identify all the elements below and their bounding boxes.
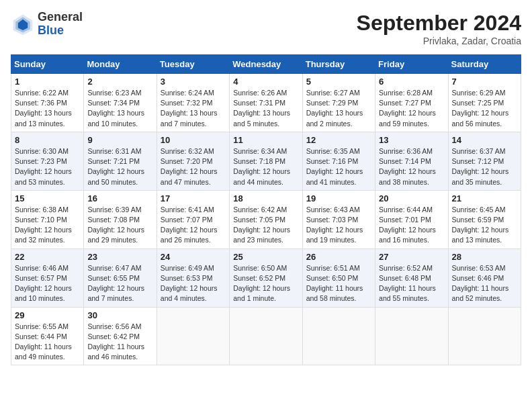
calendar-week-row: 15Sunrise: 6:38 AM Sunset: 7:10 PM Dayli… xyxy=(11,190,521,248)
logo: General Blue xyxy=(11,11,83,38)
calendar-cell: 15Sunrise: 6:38 AM Sunset: 7:10 PM Dayli… xyxy=(11,190,84,248)
day-detail: Sunrise: 6:30 AM Sunset: 7:23 PM Dayligh… xyxy=(15,146,80,187)
day-detail: Sunrise: 6:42 AM Sunset: 7:05 PM Dayligh… xyxy=(233,205,298,246)
calendar-cell: 9Sunrise: 6:31 AM Sunset: 7:21 PM Daylig… xyxy=(84,132,157,190)
day-detail: Sunrise: 6:44 AM Sunset: 7:01 PM Dayligh… xyxy=(379,205,444,246)
day-number: 27 xyxy=(379,252,444,262)
calendar-week-row: 22Sunrise: 6:46 AM Sunset: 6:57 PM Dayli… xyxy=(11,248,521,307)
day-number: 11 xyxy=(233,135,298,145)
calendar-cell: 28Sunrise: 6:53 AM Sunset: 6:46 PM Dayli… xyxy=(448,248,521,307)
calendar-cell xyxy=(375,307,448,365)
calendar-cell: 14Sunrise: 6:37 AM Sunset: 7:12 PM Dayli… xyxy=(448,132,521,190)
day-detail: Sunrise: 6:46 AM Sunset: 6:57 PM Dayligh… xyxy=(15,263,80,304)
calendar-cell: 7Sunrise: 6:29 AM Sunset: 7:25 PM Daylig… xyxy=(448,74,521,132)
calendar-cell: 20Sunrise: 6:44 AM Sunset: 7:01 PM Dayli… xyxy=(375,190,448,248)
day-detail: Sunrise: 6:39 AM Sunset: 7:08 PM Dayligh… xyxy=(87,205,152,246)
calendar-cell: 1Sunrise: 6:22 AM Sunset: 7:36 PM Daylig… xyxy=(11,74,84,132)
day-number: 1 xyxy=(15,77,80,87)
calendar-cell: 30Sunrise: 6:56 AM Sunset: 6:42 PM Dayli… xyxy=(84,307,157,365)
day-detail: Sunrise: 6:38 AM Sunset: 7:10 PM Dayligh… xyxy=(15,205,80,246)
calendar-cell: 29Sunrise: 6:55 AM Sunset: 6:44 PM Dayli… xyxy=(11,307,84,365)
day-number: 26 xyxy=(306,252,371,262)
day-number: 25 xyxy=(233,252,298,262)
calendar-cell: 26Sunrise: 6:51 AM Sunset: 6:50 PM Dayli… xyxy=(302,248,375,307)
calendar-cell: 12Sunrise: 6:35 AM Sunset: 7:16 PM Dayli… xyxy=(302,132,375,190)
day-detail: Sunrise: 6:51 AM Sunset: 6:50 PM Dayligh… xyxy=(306,263,371,304)
day-number: 10 xyxy=(161,135,226,145)
calendar-cell: 6Sunrise: 6:28 AM Sunset: 7:27 PM Daylig… xyxy=(375,74,448,132)
day-detail: Sunrise: 6:43 AM Sunset: 7:03 PM Dayligh… xyxy=(306,205,371,246)
calendar-cell: 2Sunrise: 6:23 AM Sunset: 7:34 PM Daylig… xyxy=(84,74,157,132)
logo-text: General Blue xyxy=(38,11,83,38)
day-number: 24 xyxy=(161,252,226,262)
day-detail: Sunrise: 6:47 AM Sunset: 6:55 PM Dayligh… xyxy=(87,263,152,304)
calendar-weekday-wednesday: Wednesday xyxy=(230,55,302,74)
calendar-cell: 27Sunrise: 6:52 AM Sunset: 6:48 PM Dayli… xyxy=(375,248,448,307)
day-number: 14 xyxy=(452,135,517,145)
calendar-cell: 24Sunrise: 6:49 AM Sunset: 6:53 PM Dayli… xyxy=(157,248,229,307)
calendar-cell: 5Sunrise: 6:27 AM Sunset: 7:29 PM Daylig… xyxy=(302,74,375,132)
calendar-cell xyxy=(157,307,229,365)
calendar-cell: 10Sunrise: 6:32 AM Sunset: 7:20 PM Dayli… xyxy=(157,132,229,190)
day-detail: Sunrise: 6:52 AM Sunset: 6:48 PM Dayligh… xyxy=(379,263,444,304)
calendar-week-row: 29Sunrise: 6:55 AM Sunset: 6:44 PM Dayli… xyxy=(11,307,521,365)
day-number: 19 xyxy=(306,193,371,203)
day-detail: Sunrise: 6:24 AM Sunset: 7:32 PM Dayligh… xyxy=(161,88,226,129)
day-number: 6 xyxy=(379,77,444,87)
calendar-weekday-tuesday: Tuesday xyxy=(157,55,229,74)
day-number: 20 xyxy=(379,193,444,203)
calendar-cell: 11Sunrise: 6:34 AM Sunset: 7:18 PM Dayli… xyxy=(230,132,302,190)
day-number: 22 xyxy=(15,252,80,262)
calendar-cell: 25Sunrise: 6:50 AM Sunset: 6:52 PM Dayli… xyxy=(230,248,302,307)
calendar-weekday-friday: Friday xyxy=(375,55,448,74)
calendar-weekday-saturday: Saturday xyxy=(448,55,521,74)
day-number: 23 xyxy=(87,252,152,262)
calendar-cell: 22Sunrise: 6:46 AM Sunset: 6:57 PM Dayli… xyxy=(11,248,84,307)
day-number: 13 xyxy=(379,135,444,145)
calendar-cell xyxy=(302,307,375,365)
calendar-cell xyxy=(230,307,302,365)
calendar-week-row: 1Sunrise: 6:22 AM Sunset: 7:36 PM Daylig… xyxy=(11,74,521,132)
day-detail: Sunrise: 6:55 AM Sunset: 6:44 PM Dayligh… xyxy=(15,322,80,363)
day-number: 21 xyxy=(452,193,517,203)
day-detail: Sunrise: 6:32 AM Sunset: 7:20 PM Dayligh… xyxy=(161,146,226,187)
day-number: 29 xyxy=(15,310,80,320)
calendar-cell: 13Sunrise: 6:36 AM Sunset: 7:14 PM Dayli… xyxy=(375,132,448,190)
day-detail: Sunrise: 6:34 AM Sunset: 7:18 PM Dayligh… xyxy=(233,146,298,187)
calendar-cell: 21Sunrise: 6:45 AM Sunset: 6:59 PM Dayli… xyxy=(448,190,521,248)
day-detail: Sunrise: 6:23 AM Sunset: 7:34 PM Dayligh… xyxy=(87,88,152,129)
day-detail: Sunrise: 6:41 AM Sunset: 7:07 PM Dayligh… xyxy=(161,205,226,246)
title-block: September 2024 Privlaka, Zadar, Croatia xyxy=(357,11,521,46)
day-number: 28 xyxy=(452,252,517,262)
day-detail: Sunrise: 6:27 AM Sunset: 7:29 PM Dayligh… xyxy=(306,88,371,129)
calendar-cell: 8Sunrise: 6:30 AM Sunset: 7:23 PM Daylig… xyxy=(11,132,84,190)
day-number: 30 xyxy=(87,310,152,320)
calendar-cell: 23Sunrise: 6:47 AM Sunset: 6:55 PM Dayli… xyxy=(84,248,157,307)
calendar-table: SundayMondayTuesdayWednesdayThursdayFrid… xyxy=(11,54,521,365)
day-detail: Sunrise: 6:35 AM Sunset: 7:16 PM Dayligh… xyxy=(306,146,371,187)
day-detail: Sunrise: 6:31 AM Sunset: 7:21 PM Dayligh… xyxy=(87,146,152,187)
day-number: 8 xyxy=(15,135,80,145)
day-number: 12 xyxy=(306,135,371,145)
calendar-cell: 18Sunrise: 6:42 AM Sunset: 7:05 PM Dayli… xyxy=(230,190,302,248)
calendar-cell: 17Sunrise: 6:41 AM Sunset: 7:07 PM Dayli… xyxy=(157,190,229,248)
day-number: 2 xyxy=(87,77,152,87)
calendar-cell: 4Sunrise: 6:26 AM Sunset: 7:31 PM Daylig… xyxy=(230,74,302,132)
calendar-weekday-monday: Monday xyxy=(84,55,157,74)
calendar-weekday-thursday: Thursday xyxy=(302,55,375,74)
day-detail: Sunrise: 6:36 AM Sunset: 7:14 PM Dayligh… xyxy=(379,146,444,187)
day-number: 9 xyxy=(87,135,152,145)
day-detail: Sunrise: 6:37 AM Sunset: 7:12 PM Dayligh… xyxy=(452,146,517,187)
calendar-cell: 19Sunrise: 6:43 AM Sunset: 7:03 PM Dayli… xyxy=(302,190,375,248)
day-detail: Sunrise: 6:49 AM Sunset: 6:53 PM Dayligh… xyxy=(161,263,226,304)
logo-icon xyxy=(11,12,35,36)
day-detail: Sunrise: 6:45 AM Sunset: 6:59 PM Dayligh… xyxy=(452,205,517,246)
day-number: 15 xyxy=(15,193,80,203)
day-detail: Sunrise: 6:56 AM Sunset: 6:42 PM Dayligh… xyxy=(87,322,152,363)
calendar-week-row: 8Sunrise: 6:30 AM Sunset: 7:23 PM Daylig… xyxy=(11,132,521,190)
day-detail: Sunrise: 6:26 AM Sunset: 7:31 PM Dayligh… xyxy=(233,88,298,129)
day-number: 17 xyxy=(161,193,226,203)
day-number: 18 xyxy=(233,193,298,203)
day-number: 3 xyxy=(161,77,226,87)
calendar-cell: 3Sunrise: 6:24 AM Sunset: 7:32 PM Daylig… xyxy=(157,74,229,132)
